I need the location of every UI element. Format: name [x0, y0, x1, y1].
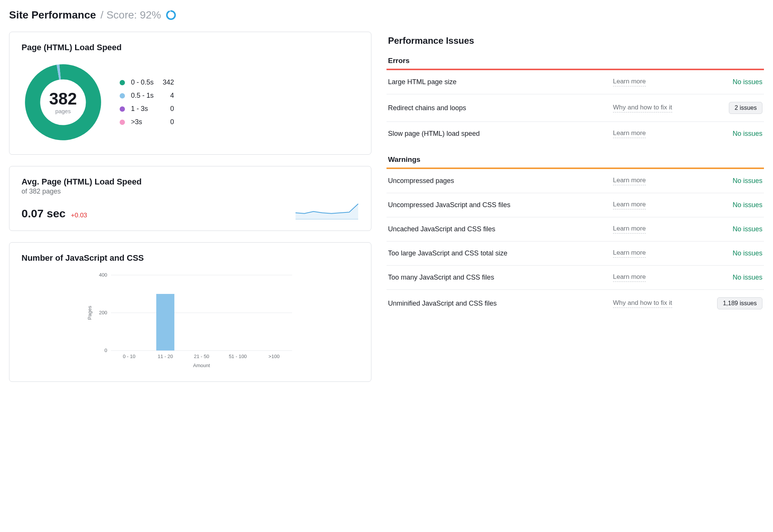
jscss-barchart: 0200400Pages0 - 1011 - 2021 - 5051 - 100… [22, 271, 359, 371]
issue-row: Redirect chains and loopsWhy and how to … [386, 94, 764, 122]
issue-name: Uncompressed JavaScript and CSS files [388, 201, 607, 209]
page-header: Site Performance / Score: 92% [9, 9, 764, 21]
legend-value: 4 [159, 92, 174, 100]
issue-learn-link[interactable]: Why and how to fix it [613, 104, 672, 112]
legend-label: 0 - 0.5s [131, 78, 154, 86]
issues-section: Uncompressed pagesLearn moreNo issuesUnc… [386, 168, 764, 317]
legend-dot [120, 106, 125, 112]
svg-point-1 [167, 11, 175, 19]
legend-dot [120, 120, 125, 125]
issue-learn-link[interactable]: Learn more [613, 249, 646, 258]
issues-section: Large HTML page sizeLearn moreNo issuesR… [386, 69, 764, 146]
issue-learn-link[interactable]: Learn more [613, 201, 646, 209]
issue-status: No issues [733, 177, 762, 185]
avg-value-wrap: 0.07 sec +0.03 [22, 207, 87, 220]
issue-learn-link[interactable]: Learn more [613, 177, 646, 185]
issues-section-title: Errors [388, 57, 764, 65]
score-prefix: / Score: [100, 9, 140, 21]
issue-status: No issues [733, 130, 762, 138]
issue-learn-link[interactable]: Learn more [613, 78, 646, 86]
svg-text:11 - 20: 11 - 20 [158, 354, 173, 359]
issue-count-button[interactable]: 2 issues [729, 102, 762, 114]
avg-sparkline [295, 199, 359, 220]
card-load-speed: Page (HTML) Load Speed 382 pages 0 - 0.5… [9, 32, 371, 155]
issue-learn-link[interactable]: Learn more [613, 225, 646, 234]
card-avg-title: Avg. Page (HTML) Load Speed [22, 177, 359, 187]
issues-section-title: Warnings [388, 155, 764, 164]
svg-text:21 - 50: 21 - 50 [194, 354, 209, 359]
score-text: / Score: 92% [100, 9, 161, 21]
score-donut-icon [166, 10, 176, 20]
legend-label: 1 - 3s [131, 105, 154, 113]
issue-status: No issues [733, 225, 762, 233]
legend-dot [120, 80, 125, 85]
card-load-speed-title: Page (HTML) Load Speed [22, 43, 359, 52]
issue-row: Uncached JavaScript and CSS filesLearn m… [386, 217, 764, 241]
legend-label: >3s [131, 118, 154, 126]
donut-total-label: pages [55, 108, 71, 114]
issue-name: Too many JavaScript and CSS files [388, 274, 607, 281]
avg-value: 0.07 sec [22, 207, 66, 220]
issue-status: No issues [733, 249, 762, 257]
issue-row: Uncompressed pagesLearn moreNo issues [386, 169, 764, 193]
issue-learn-link[interactable]: Learn more [613, 273, 646, 282]
issue-status: No issues [733, 274, 762, 281]
load-speed-donut: 382 pages [22, 61, 105, 144]
issue-name: Redirect chains and loops [388, 104, 607, 112]
donut-total: 382 [49, 91, 77, 107]
issue-learn-link[interactable]: Learn more [613, 129, 646, 138]
issue-status: 1,189 issues [717, 297, 762, 309]
issue-row: Too large JavaScript and CSS total sizeL… [386, 241, 764, 266]
legend-label: 0.5 - 1s [131, 92, 154, 100]
legend-dot [120, 93, 125, 98]
issue-name: Uncompressed pages [388, 177, 607, 185]
issue-name: Too large JavaScript and CSS total size [388, 249, 607, 257]
issue-name: Uncached JavaScript and CSS files [388, 225, 607, 233]
issue-status: No issues [733, 78, 762, 86]
issues-title: Performance Issues [388, 35, 764, 46]
svg-text:200: 200 [99, 310, 107, 315]
issue-row: Unminified JavaScript and CSS filesWhy a… [386, 290, 764, 317]
card-jscss: Number of JavaScript and CSS 0200400Page… [9, 242, 371, 382]
svg-text:400: 400 [99, 272, 107, 278]
issue-row: Uncompressed JavaScript and CSS filesLea… [386, 193, 764, 217]
issue-status: No issues [733, 201, 762, 209]
issue-row: Large HTML page sizeLearn moreNo issues [386, 70, 764, 94]
legend-value: 0 [159, 118, 174, 126]
avg-delta: +0.03 [71, 212, 87, 219]
svg-text:Amount: Amount [193, 363, 210, 368]
issue-status: 2 issues [729, 102, 762, 114]
svg-text:51 - 100: 51 - 100 [229, 354, 247, 359]
score-value: 92% [140, 9, 161, 21]
svg-text:0 - 10: 0 - 10 [123, 354, 135, 359]
svg-rect-13 [156, 294, 174, 351]
svg-text:0: 0 [105, 347, 107, 353]
issue-row: Too many JavaScript and CSS filesLearn m… [386, 266, 764, 290]
issue-learn-link[interactable]: Why and how to fix it [613, 299, 672, 308]
card-avg-speed: Avg. Page (HTML) Load Speed of 382 pages… [9, 166, 371, 231]
avg-subtitle: of 382 pages [22, 188, 359, 195]
load-speed-legend: 0 - 0.5s3420.5 - 1s41 - 3s0>3s0 [120, 78, 174, 126]
issue-name: Unminified JavaScript and CSS files [388, 300, 607, 308]
issue-name: Large HTML page size [388, 78, 607, 86]
card-jscss-title: Number of JavaScript and CSS [22, 253, 359, 263]
svg-text:>100: >100 [268, 354, 279, 359]
issue-name: Slow page (HTML) load speed [388, 130, 607, 138]
legend-value: 342 [159, 78, 174, 86]
legend-value: 0 [159, 105, 174, 113]
svg-text:Pages: Pages [87, 306, 92, 320]
issue-row: Slow page (HTML) load speedLearn moreNo … [386, 122, 764, 146]
page-title: Site Performance [9, 9, 96, 21]
issue-count-button[interactable]: 1,189 issues [717, 297, 762, 309]
